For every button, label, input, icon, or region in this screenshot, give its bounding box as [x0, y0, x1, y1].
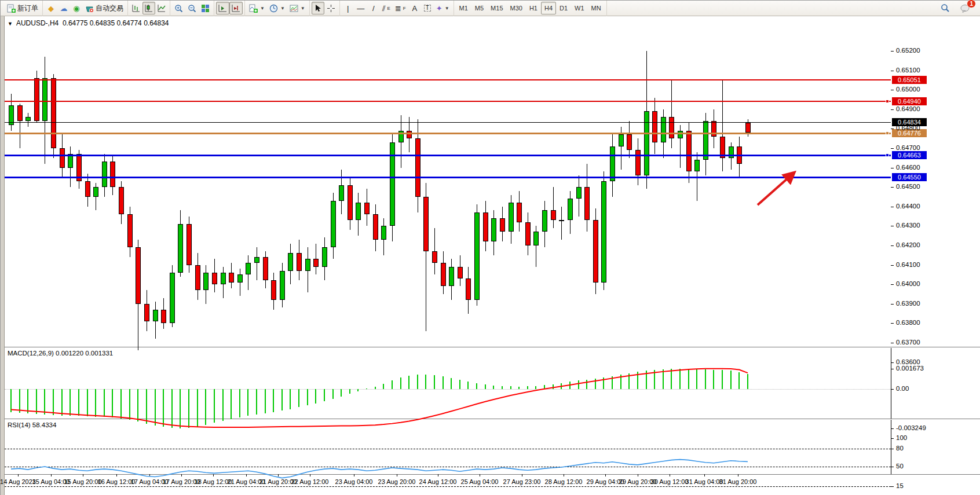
- macd-histogram-bar: [671, 369, 672, 389]
- rsi-panel-separator[interactable]: [5, 419, 980, 420]
- macd-histogram-bar: [95, 389, 96, 417]
- timeframe-m5[interactable]: M5: [471, 2, 487, 14]
- new-order-button[interactable]: 新订单: [5, 2, 41, 14]
- chart-title-collapse-icon[interactable]: ▼: [8, 21, 13, 27]
- y-tick-label: 0.63800: [896, 319, 920, 326]
- window-left-splitter[interactable]: [1, 16, 5, 495]
- candlestick-button[interactable]: [142, 2, 155, 14]
- zoom-out-icon: [188, 4, 196, 13]
- fibonacci-icon: ≣: [395, 5, 401, 12]
- macd-histogram-bar: [476, 383, 477, 389]
- x-tick-mark: [149, 474, 150, 476]
- macd-histogram-bar: [553, 384, 554, 389]
- macd-panel-separator[interactable]: [5, 347, 980, 348]
- candle-body: [619, 134, 624, 146]
- chart-window[interactable]: ▼AUDUSD-,H4 0.64775 0.64835 0.64774 0.64…: [1, 16, 980, 495]
- signals-button[interactable]: ◉: [70, 2, 83, 14]
- trendline-button[interactable]: /: [367, 2, 380, 14]
- macd-histogram-bar: [307, 389, 308, 405]
- rsi-tick-label: 50: [896, 463, 904, 470]
- macd-histogram-bar: [222, 389, 224, 421]
- macd-histogram-bar: [738, 372, 740, 389]
- crosshair-button[interactable]: [324, 2, 338, 14]
- notifications-button[interactable]: 1: [958, 2, 972, 14]
- y-tick-mark: [891, 148, 894, 149]
- rsi-tick-mark: [891, 486, 894, 487]
- timeframe-w1[interactable]: W1: [571, 2, 588, 14]
- candle-body: [119, 187, 124, 214]
- cursor-button[interactable]: [312, 2, 324, 14]
- macd-histogram-bar: [578, 380, 579, 389]
- candlestick-icon: [145, 4, 153, 12]
- macd-histogram-bar: [366, 388, 367, 389]
- channel-button[interactable]: ⫽E: [380, 2, 393, 14]
- candle-body: [509, 203, 514, 232]
- macd-histogram-bar: [214, 389, 215, 423]
- y-tick-mark: [891, 323, 894, 324]
- y-tick-label: 0.63600: [896, 358, 920, 365]
- auto-scroll-button[interactable]: [229, 2, 243, 14]
- arrows-button[interactable]: ✦▼: [434, 2, 452, 14]
- text-button[interactable]: A: [408, 2, 421, 14]
- price-level-line[interactable]: [5, 155, 891, 156]
- vline-button[interactable]: |: [342, 2, 354, 14]
- price-level-line[interactable]: [5, 101, 891, 102]
- macd-histogram-bar: [569, 382, 571, 389]
- candle-body: [407, 131, 412, 138]
- line-chart-button[interactable]: [155, 2, 168, 14]
- y-tick-mark: [891, 90, 894, 90]
- templates-button[interactable]: ▼: [287, 2, 308, 14]
- trendline-icon: /: [372, 5, 375, 12]
- candle-body: [178, 224, 183, 273]
- timeframe-mn[interactable]: MN: [588, 2, 605, 14]
- macd-histogram-bar: [78, 389, 79, 416]
- bar-chart-button[interactable]: [130, 2, 142, 14]
- rsi-value: 58.4334: [32, 421, 57, 428]
- macd-histogram-bar: [527, 386, 528, 389]
- zoom-in-button[interactable]: [172, 2, 185, 14]
- timeframe-m15[interactable]: M15: [487, 2, 506, 14]
- rsi-tick-mark: [891, 449, 894, 449]
- macd-histogram-bar: [10, 389, 12, 412]
- timeframe-m1[interactable]: M1: [456, 2, 471, 14]
- price-level-line[interactable]: [5, 133, 891, 134]
- timeframe-h1[interactable]: H1: [526, 2, 541, 14]
- macd-histogram-bar: [188, 389, 189, 428]
- macd-histogram-bar: [467, 382, 469, 389]
- rsi-tick-label: 15: [896, 482, 904, 489]
- zoom-out-button[interactable]: [185, 2, 199, 14]
- fibonacci-button[interactable]: ≣F: [393, 2, 408, 14]
- timeframe-m30[interactable]: M30: [507, 2, 526, 14]
- market-watch-button[interactable]: ◆: [45, 2, 57, 14]
- candle-body: [441, 263, 446, 286]
- candle-body: [203, 273, 209, 290]
- macd-histogram-bar: [256, 389, 257, 415]
- y-tick-label: 0.64900: [896, 105, 920, 112]
- x-tick-mark: [738, 474, 738, 476]
- zoom-in-icon: [174, 4, 183, 13]
- candle-body: [237, 274, 243, 282]
- x-tick-mark: [704, 474, 705, 476]
- hline-button[interactable]: —: [354, 2, 367, 14]
- periods-button[interactable]: ▼: [267, 2, 287, 14]
- tile-windows-button[interactable]: [199, 2, 212, 14]
- x-tick-label: 14 Aug 2023: [0, 478, 36, 485]
- macd-label: MACD(12,26,9) 0.001220 0.001331: [8, 350, 113, 357]
- price-level-line[interactable]: [5, 122, 891, 123]
- auto-trading-button[interactable]: 自动交易: [83, 2, 126, 14]
- text-label-button[interactable]: T: [421, 2, 434, 14]
- timeframe-h4[interactable]: H4: [541, 2, 556, 14]
- x-tick-mark: [116, 474, 117, 476]
- candle-body: [153, 310, 158, 321]
- indicators-button[interactable]: ▼: [247, 2, 267, 14]
- periods-dropdown-arrow: ▼: [280, 6, 285, 11]
- candle-body: [559, 220, 564, 221]
- macd-histogram-bar: [87, 389, 88, 416]
- price-level-line[interactable]: [5, 79, 891, 80]
- profile-button[interactable]: ☁: [57, 2, 70, 14]
- candle-body: [551, 210, 556, 220]
- price-level-line[interactable]: [5, 177, 891, 178]
- timeframe-d1[interactable]: D1: [556, 2, 571, 14]
- search-button[interactable]: [938, 2, 952, 14]
- chart-shift-button[interactable]: [216, 2, 229, 14]
